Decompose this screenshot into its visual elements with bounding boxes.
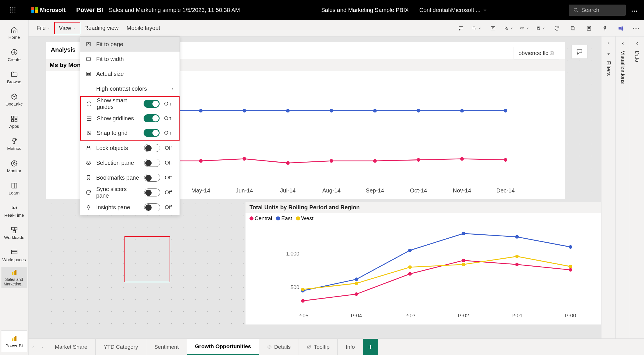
menu-actual-size[interactable]: 1:1 Actual size — [80, 66, 180, 81]
toggle-lock-objects[interactable] — [144, 144, 160, 152]
svg-point-98 — [301, 299, 305, 303]
pin-icon — [602, 25, 608, 31]
svg-text:P-00: P-00 — [565, 313, 576, 319]
menu-file[interactable]: File — [33, 23, 54, 34]
svg-point-8 — [15, 12, 16, 13]
pane-data[interactable]: Data — [630, 36, 644, 338]
add-page-button[interactable]: + — [363, 339, 378, 355]
nav-apps[interactable]: Apps — [1, 111, 27, 132]
tab-growth-opportunities[interactable]: Growth Opportunities — [187, 339, 259, 355]
chart-title: Total Units by Rolling Period and Region — [245, 202, 613, 213]
textbox-button[interactable] — [488, 23, 498, 33]
tab-info[interactable]: Info — [338, 339, 363, 355]
menu-lock-objects[interactable]: Lock objects Off — [80, 141, 180, 155]
nav-learn[interactable]: Learn — [1, 178, 27, 199]
menu-selection-pane[interactable]: Selection pane Off — [80, 155, 180, 170]
chevron-left-icon[interactable] — [606, 41, 611, 46]
nav-workspaces[interactable]: Workspaces — [1, 245, 27, 266]
toggle-selection-pane[interactable] — [144, 159, 160, 167]
product-name[interactable]: Power BI — [76, 6, 103, 14]
tab-market-share[interactable]: Market Share — [47, 339, 96, 355]
duplicate-button[interactable] — [568, 23, 578, 33]
menu-view[interactable]: View — [54, 22, 80, 34]
divider — [71, 6, 71, 14]
more-button[interactable] — [632, 23, 640, 33]
pin-button[interactable] — [600, 23, 610, 33]
tab-details[interactable]: Details — [259, 339, 299, 355]
chevron-left-icon[interactable] — [621, 41, 625, 46]
menu-bookmarks-pane[interactable]: Bookmarks pane Off — [80, 170, 180, 185]
tab-prev[interactable]: ‹ — [29, 339, 38, 355]
toggle-snap-grid[interactable] — [144, 129, 160, 137]
svg-point-109 — [569, 245, 572, 249]
chart-total-units[interactable]: Total Units by Rolling Period and Region… — [245, 202, 613, 324]
nav-powerbi-tile[interactable]: Power BI — [1, 330, 27, 352]
shapes-icon — [504, 25, 508, 31]
nav-workloads[interactable]: Workloads — [1, 222, 27, 244]
svg-point-70 — [286, 109, 290, 113]
pane-filters[interactable]: Filters — [601, 36, 615, 338]
menu-sync-slicers[interactable]: Sync slicers pane Off — [80, 185, 180, 200]
toggle-bookmarks-pane[interactable] — [144, 174, 160, 182]
sparkle-icon — [472, 25, 476, 31]
nav-home[interactable]: Home — [1, 22, 27, 43]
tab-next[interactable]: › — [38, 339, 47, 355]
more-icon[interactable] — [631, 7, 637, 13]
nav-current-report[interactable]: Sales and Marketing... — [1, 267, 27, 288]
app-launcher-icon[interactable] — [6, 3, 20, 17]
svg-point-115 — [569, 265, 572, 268]
search-input[interactable]: Search — [569, 5, 626, 16]
nav-browse[interactable]: Browse — [1, 67, 27, 88]
visual-button[interactable] — [536, 23, 546, 33]
menu-fit-to-width[interactable]: Fit to width — [80, 52, 180, 66]
svg-point-74 — [460, 109, 464, 113]
toggle-insights-pane[interactable] — [144, 203, 160, 211]
menu-mobile-layout[interactable]: Mobile layout — [122, 23, 164, 34]
shapes-button[interactable] — [504, 23, 514, 33]
buttons-button[interactable] — [520, 23, 530, 33]
toggle-sync-slicers[interactable] — [144, 188, 160, 196]
breadcrumb[interactable]: Sales and Marketing Sample PBIX Confiden… — [321, 7, 487, 13]
comment-button[interactable] — [571, 45, 587, 59]
chart-legend: Central East West — [245, 213, 613, 224]
chevron-down-icon[interactable] — [483, 8, 487, 12]
tab-ytd-category[interactable]: YTD Category — [96, 339, 146, 355]
menu-snap-to-grid[interactable]: Snap to grid On — [80, 126, 180, 141]
toggle-smart-guides[interactable] — [144, 100, 160, 108]
svg-point-79 — [243, 157, 246, 161]
nav-onelake[interactable]: OneLake — [1, 89, 27, 110]
refresh-button[interactable] — [552, 23, 562, 33]
svg-text:P-05: P-05 — [297, 313, 308, 319]
menu-insights-pane[interactable]: Insights pane Off — [80, 200, 180, 215]
comments-button[interactable] — [456, 23, 466, 33]
nav-monitor[interactable]: Monitor — [1, 156, 27, 177]
pane-visualizations[interactable]: Visualizations — [615, 36, 630, 338]
nav-create[interactable]: Create — [1, 44, 27, 66]
menu-gridlines[interactable]: Show gridlines On — [80, 111, 180, 126]
tab-sentiment[interactable]: Sentiment — [146, 339, 187, 355]
workloads-icon — [11, 226, 18, 234]
nav-metrics[interactable]: Metrics — [1, 133, 27, 155]
chevron-left-icon[interactable] — [635, 41, 639, 46]
view-dropdown-menu: Fit to page Fit to width 1:1 Actual size… — [80, 36, 180, 215]
menu-smart-guides[interactable]: Show smart guides On — [80, 96, 180, 111]
tab-tooltip[interactable]: Tooltip — [299, 339, 338, 355]
svg-point-137 — [89, 133, 90, 134]
svg-rect-55 — [538, 27, 539, 29]
save-button[interactable] — [584, 23, 594, 33]
svg-point-136 — [88, 132, 89, 133]
refresh-icon — [554, 25, 560, 31]
explore-button[interactable] — [472, 23, 482, 33]
svg-point-28 — [13, 162, 15, 164]
menu-high-contrast[interactable]: High-contrast colors — [80, 81, 180, 96]
svg-point-73 — [417, 109, 420, 113]
svg-rect-138 — [87, 148, 90, 150]
teams-button[interactable] — [616, 23, 626, 33]
svg-point-106 — [408, 249, 412, 252]
menu-fit-to-page[interactable]: Fit to page — [80, 37, 180, 52]
toggle-gridlines[interactable] — [144, 114, 160, 122]
nav-realtime[interactable]: Real-Time — [1, 200, 27, 221]
menu-reading-view[interactable]: Reading view — [80, 23, 122, 34]
workspaces-icon — [11, 249, 18, 256]
svg-rect-47 — [491, 26, 495, 30]
